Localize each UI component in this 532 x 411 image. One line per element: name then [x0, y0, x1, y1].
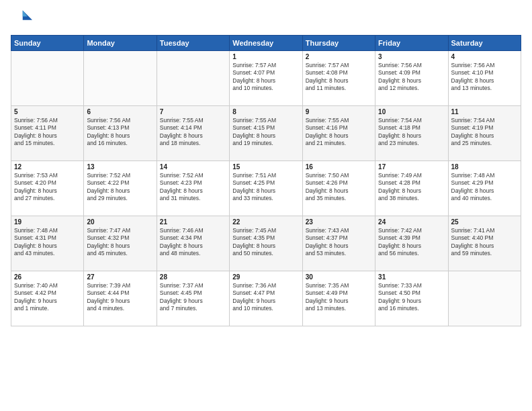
day-number: 13 [87, 163, 153, 171]
calendar-cell: 26Sunrise: 7:40 AM Sunset: 4:42 PM Dayli… [11, 271, 84, 326]
calendar-cell: 9Sunrise: 7:55 AM Sunset: 4:16 PM Daylig… [302, 106, 375, 161]
calendar-cell: 7Sunrise: 7:55 AM Sunset: 4:14 PM Daylig… [157, 106, 229, 161]
day-number: 20 [87, 218, 153, 226]
calendar-cell: 10Sunrise: 7:54 AM Sunset: 4:18 PM Dayli… [375, 106, 448, 161]
day-number: 19 [14, 218, 81, 226]
calendar-cell: 21Sunrise: 7:46 AM Sunset: 4:34 PM Dayli… [157, 216, 229, 271]
calendar-container: SundayMondayTuesdayWednesdayThursdayFrid… [0, 0, 532, 411]
day-info: Sunrise: 7:56 AM Sunset: 4:09 PM Dayligh… [378, 62, 445, 93]
day-info: Sunrise: 7:52 AM Sunset: 4:22 PM Dayligh… [87, 172, 153, 203]
day-info: Sunrise: 7:36 AM Sunset: 4:47 PM Dayligh… [232, 282, 299, 313]
day-number: 3 [378, 53, 445, 60]
week-row-2: 5Sunrise: 7:56 AM Sunset: 4:11 PM Daylig… [11, 106, 521, 161]
day-info: Sunrise: 7:55 AM Sunset: 4:14 PM Dayligh… [160, 117, 226, 148]
day-number: 14 [160, 163, 226, 171]
day-number: 26 [14, 273, 81, 281]
day-info: Sunrise: 7:37 AM Sunset: 4:45 PM Dayligh… [160, 282, 226, 313]
calendar-cell: 22Sunrise: 7:45 AM Sunset: 4:35 PM Dayli… [230, 216, 302, 271]
day-info: Sunrise: 7:52 AM Sunset: 4:23 PM Dayligh… [160, 172, 226, 203]
day-number: 24 [378, 218, 445, 226]
calendar-cell: 4Sunrise: 7:56 AM Sunset: 4:10 PM Daylig… [448, 51, 521, 106]
day-info: Sunrise: 7:56 AM Sunset: 4:11 PM Dayligh… [14, 117, 81, 148]
calendar-cell: 5Sunrise: 7:56 AM Sunset: 4:11 PM Daylig… [11, 106, 84, 161]
logo [11, 8, 35, 30]
day-info: Sunrise: 7:54 AM Sunset: 4:19 PM Dayligh… [451, 117, 518, 148]
calendar-cell: 25Sunrise: 7:41 AM Sunset: 4:40 PM Dayli… [448, 216, 521, 271]
day-number: 4 [451, 53, 518, 60]
day-number: 29 [232, 273, 299, 281]
day-number: 10 [378, 108, 445, 116]
calendar-cell [448, 271, 521, 326]
day-info: Sunrise: 7:57 AM Sunset: 4:07 PM Dayligh… [232, 62, 299, 93]
day-info: Sunrise: 7:42 AM Sunset: 4:39 PM Dayligh… [378, 227, 445, 258]
weekday-header-monday: Monday [84, 36, 157, 51]
day-info: Sunrise: 7:40 AM Sunset: 4:42 PM Dayligh… [14, 282, 81, 313]
day-number: 27 [87, 273, 153, 281]
calendar-cell: 6Sunrise: 7:56 AM Sunset: 4:13 PM Daylig… [84, 106, 157, 161]
day-info: Sunrise: 7:39 AM Sunset: 4:44 PM Dayligh… [87, 282, 153, 313]
day-info: Sunrise: 7:48 AM Sunset: 4:29 PM Dayligh… [451, 172, 518, 203]
day-info: Sunrise: 7:45 AM Sunset: 4:35 PM Dayligh… [232, 227, 299, 258]
day-number: 6 [87, 108, 153, 116]
day-info: Sunrise: 7:43 AM Sunset: 4:37 PM Dayligh… [306, 227, 372, 258]
weekday-header-wednesday: Wednesday [230, 36, 302, 51]
header [11, 8, 521, 30]
day-number: 2 [306, 53, 372, 60]
day-number: 1 [232, 53, 299, 60]
day-number: 31 [378, 273, 445, 281]
day-info: Sunrise: 7:51 AM Sunset: 4:25 PM Dayligh… [232, 172, 299, 203]
day-number: 11 [451, 108, 518, 116]
calendar-cell: 3Sunrise: 7:56 AM Sunset: 4:09 PM Daylig… [375, 51, 448, 106]
day-info: Sunrise: 7:54 AM Sunset: 4:18 PM Dayligh… [378, 117, 445, 148]
calendar-cell: 14Sunrise: 7:52 AM Sunset: 4:23 PM Dayli… [157, 161, 229, 216]
day-number: 17 [378, 163, 445, 171]
day-number: 12 [14, 163, 81, 171]
calendar-cell [11, 51, 84, 106]
day-info: Sunrise: 7:46 AM Sunset: 4:34 PM Dayligh… [160, 227, 226, 258]
calendar-cell: 31Sunrise: 7:33 AM Sunset: 4:50 PM Dayli… [375, 271, 448, 326]
day-info: Sunrise: 7:56 AM Sunset: 4:13 PM Dayligh… [87, 117, 153, 148]
calendar-cell: 17Sunrise: 7:49 AM Sunset: 4:28 PM Dayli… [375, 161, 448, 216]
day-info: Sunrise: 7:53 AM Sunset: 4:20 PM Dayligh… [14, 172, 81, 203]
day-number: 21 [160, 218, 226, 226]
day-info: Sunrise: 7:56 AM Sunset: 4:10 PM Dayligh… [451, 62, 518, 93]
day-info: Sunrise: 7:33 AM Sunset: 4:50 PM Dayligh… [378, 282, 445, 313]
calendar-cell: 20Sunrise: 7:47 AM Sunset: 4:32 PM Dayli… [84, 216, 157, 271]
day-info: Sunrise: 7:35 AM Sunset: 4:49 PM Dayligh… [306, 282, 372, 313]
day-number: 22 [232, 218, 299, 226]
calendar-cell [157, 51, 229, 106]
calendar-cell: 30Sunrise: 7:35 AM Sunset: 4:49 PM Dayli… [302, 271, 375, 326]
day-info: Sunrise: 7:48 AM Sunset: 4:31 PM Dayligh… [14, 227, 81, 258]
day-number: 28 [160, 273, 226, 281]
calendar-cell: 28Sunrise: 7:37 AM Sunset: 4:45 PM Dayli… [157, 271, 229, 326]
day-info: Sunrise: 7:55 AM Sunset: 4:15 PM Dayligh… [232, 117, 299, 148]
calendar-cell: 27Sunrise: 7:39 AM Sunset: 4:44 PM Dayli… [84, 271, 157, 326]
calendar-cell: 15Sunrise: 7:51 AM Sunset: 4:25 PM Dayli… [230, 161, 302, 216]
week-row-5: 26Sunrise: 7:40 AM Sunset: 4:42 PM Dayli… [11, 271, 521, 326]
day-info: Sunrise: 7:50 AM Sunset: 4:26 PM Dayligh… [306, 172, 372, 203]
day-info: Sunrise: 7:55 AM Sunset: 4:16 PM Dayligh… [306, 117, 372, 148]
calendar-cell [84, 51, 157, 106]
weekday-header-friday: Friday [375, 36, 448, 51]
day-number: 25 [451, 218, 518, 226]
weekday-header-sunday: Sunday [11, 36, 84, 51]
weekday-header-row: SundayMondayTuesdayWednesdayThursdayFrid… [11, 36, 521, 51]
day-number: 9 [306, 108, 372, 116]
day-info: Sunrise: 7:57 AM Sunset: 4:08 PM Dayligh… [306, 62, 372, 93]
day-info: Sunrise: 7:49 AM Sunset: 4:28 PM Dayligh… [378, 172, 445, 203]
calendar-cell: 12Sunrise: 7:53 AM Sunset: 4:20 PM Dayli… [11, 161, 84, 216]
day-number: 15 [232, 163, 299, 171]
calendar-cell: 11Sunrise: 7:54 AM Sunset: 4:19 PM Dayli… [448, 106, 521, 161]
day-info: Sunrise: 7:41 AM Sunset: 4:40 PM Dayligh… [451, 227, 518, 258]
calendar-cell: 2Sunrise: 7:57 AM Sunset: 4:08 PM Daylig… [302, 51, 375, 106]
day-number: 5 [14, 108, 81, 116]
calendar-cell: 16Sunrise: 7:50 AM Sunset: 4:26 PM Dayli… [302, 161, 375, 216]
calendar-cell: 23Sunrise: 7:43 AM Sunset: 4:37 PM Dayli… [302, 216, 375, 271]
week-row-1: 1Sunrise: 7:57 AM Sunset: 4:07 PM Daylig… [11, 51, 521, 106]
week-row-3: 12Sunrise: 7:53 AM Sunset: 4:20 PM Dayli… [11, 161, 521, 216]
calendar-cell: 8Sunrise: 7:55 AM Sunset: 4:15 PM Daylig… [230, 106, 302, 161]
day-number: 18 [451, 163, 518, 171]
logo-icon [11, 8, 32, 30]
calendar-cell: 18Sunrise: 7:48 AM Sunset: 4:29 PM Dayli… [448, 161, 521, 216]
weekday-header-saturday: Saturday [448, 36, 521, 51]
